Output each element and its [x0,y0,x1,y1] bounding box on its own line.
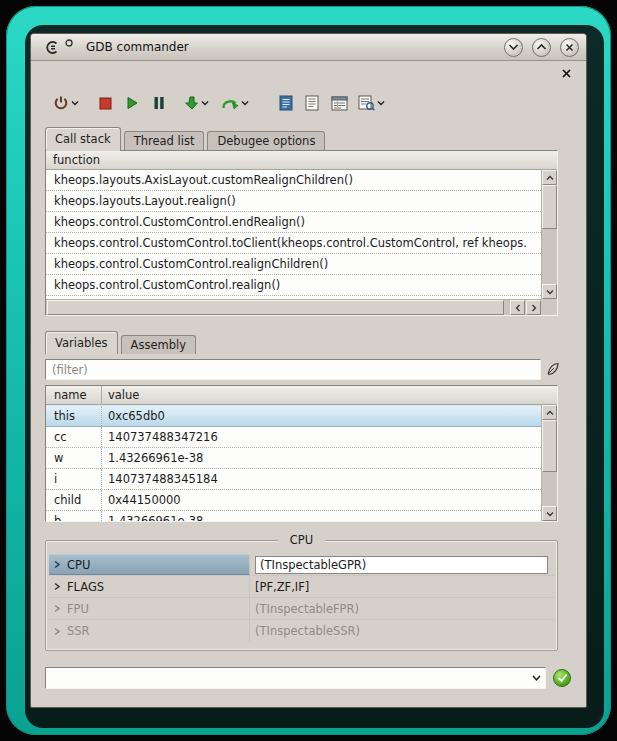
cpu-register-value-input[interactable] [255,556,548,574]
cpu-register-name: FLAGS [65,580,104,594]
variable-row[interactable]: this 0xc65db0 [46,405,541,427]
expander-icon[interactable] [49,582,65,591]
variable-value: 1.43266961e-38 [102,448,541,468]
tab-call-stack[interactable]: Call stack [45,127,121,150]
confirm-command-button[interactable] [553,669,571,687]
titlebar[interactable]: GDB commander [31,34,586,61]
cpu-groupbox-title: CPU [278,533,325,547]
variables-tabbar: Variables Assembly [45,331,199,354]
power-dropdown-button[interactable] [71,100,79,106]
tab-thread-list[interactable]: Thread list [124,131,205,150]
source-list-button[interactable] [305,91,319,115]
variable-value: 0x44150000 [102,490,541,510]
scroll-thumb[interactable] [542,420,557,472]
command-input[interactable] [46,668,527,688]
filter-options-button[interactable] [544,361,561,378]
callstack-header: function [46,151,557,170]
kill-power-button[interactable] [53,91,69,115]
callstack-row[interactable]: kheops.control.CustomControl.realignChil… [46,254,541,275]
variables-header-value: value [102,386,557,404]
inspector-icon [358,95,375,111]
scroll-thumb[interactable] [542,185,557,229]
inspector-dropdown-button[interactable] [377,100,385,106]
step-into-button[interactable] [185,91,199,115]
variable-row[interactable]: b 1.43266961e-38 [46,511,541,521]
cpu-row[interactable]: FLAGS [PF,ZF,IF] [49,576,554,598]
pause-button[interactable] [153,91,165,115]
expander-icon[interactable] [49,560,65,569]
inspector-button[interactable] [358,91,375,115]
variable-value: 140737488345184 [102,469,541,489]
scroll-up-button[interactable] [542,405,557,420]
scroll-thumb[interactable] [47,300,504,315]
callstack-row[interactable]: kheops.layouts.AxisLayout.customRealignC… [46,170,541,191]
variable-row[interactable]: cc 140737488347216 [46,427,541,448]
scroll-down-button[interactable] [542,284,557,299]
variables-panel: name value this 0xc65db0 cc 140737488347… [45,385,558,522]
watch-list-button[interactable] [331,91,348,115]
expander-icon[interactable] [49,604,65,613]
minimize-button[interactable] [504,38,523,57]
cpu-groupbox: CPU CPU FLAGS [45,540,558,651]
step-into-icon [185,96,199,110]
callstack-hscrollbar[interactable] [46,299,541,315]
callstack-row[interactable]: kheops.control.CustomControl.realign() [46,275,541,296]
variable-row[interactable]: w 1.43266961e-38 [46,448,541,469]
source-list-icon [305,95,319,111]
dropdown-chevron-icon [377,100,385,106]
scroll-right-button[interactable] [526,300,541,315]
scroll-up-button[interactable] [542,170,557,185]
scroll-down-icon [546,511,554,517]
step-over-dropdown-button[interactable] [241,100,249,106]
variables-vscrollbar[interactable] [541,405,557,521]
variable-value: 1.43266961e-38 [102,511,541,521]
scroll-left-icon [515,304,521,312]
scroll-down-button[interactable] [542,506,557,521]
app-badge-icon [65,39,74,48]
callstack-row[interactable]: kheops.control.CustomControl.toClient(kh… [46,233,541,254]
step-into-dropdown-button[interactable] [201,100,209,106]
cpu-register-value: (TInspectableFPR) [255,602,359,616]
run-continue-button[interactable] [126,91,139,115]
callstack-vscrollbar[interactable] [541,170,557,299]
scrollbar-corner [541,299,557,315]
cpu-row[interactable]: FPU (TInspectableFPR) [49,598,554,620]
confirm-check-icon [557,673,568,683]
variable-name: cc [46,427,102,447]
variables-header: name value [46,386,557,405]
dropdown-chevron-icon [201,100,209,106]
tab-assembly[interactable]: Assembly [121,335,196,354]
step-over-button[interactable] [221,91,239,115]
step-over-icon [221,97,239,110]
scroll-left-button[interactable] [510,300,525,315]
cpu-row[interactable]: CPU [49,554,554,576]
callstack-row[interactable]: kheops.layouts.Layout.realign() [46,191,541,212]
dock-close-icon [562,69,571,78]
tab-debugee-options[interactable]: Debugee options [207,131,325,150]
variable-row[interactable]: child 0x44150000 [46,490,541,511]
combo-dropdown-icon [532,675,541,681]
cpu-register-value: (TInspectableSSR) [255,624,360,638]
cpu-register-name: CPU [65,558,90,572]
dock-close-button[interactable] [561,68,572,79]
debug-toolbar [45,88,572,118]
close-button[interactable] [560,38,579,57]
cpu-row[interactable]: SSR (TInspectableSSR) [49,620,554,642]
app-icon [44,39,61,56]
expander-icon[interactable] [49,627,65,636]
run-icon [126,96,139,110]
maximize-button[interactable] [532,38,551,57]
message-log-button[interactable] [279,91,293,115]
callstack-list: kheops.layouts.AxisLayout.customRealignC… [46,170,541,299]
callstack-tabbar: Call stack Thread list Debugee options [45,127,328,150]
tab-variables[interactable]: Variables [45,331,118,354]
callstack-row[interactable]: kheops.control.CustomControl.endRealign(… [46,212,541,233]
variable-row[interactable]: i 140737488345184 [46,469,541,490]
combo-dropdown-button[interactable] [527,675,545,681]
stop-button[interactable] [99,91,112,115]
filter-input[interactable] [45,359,541,380]
chevron-up-icon [536,43,547,51]
scroll-down-icon [546,289,554,295]
command-combobox[interactable] [45,667,546,689]
cpu-register-value: [PF,ZF,IF] [255,580,309,594]
